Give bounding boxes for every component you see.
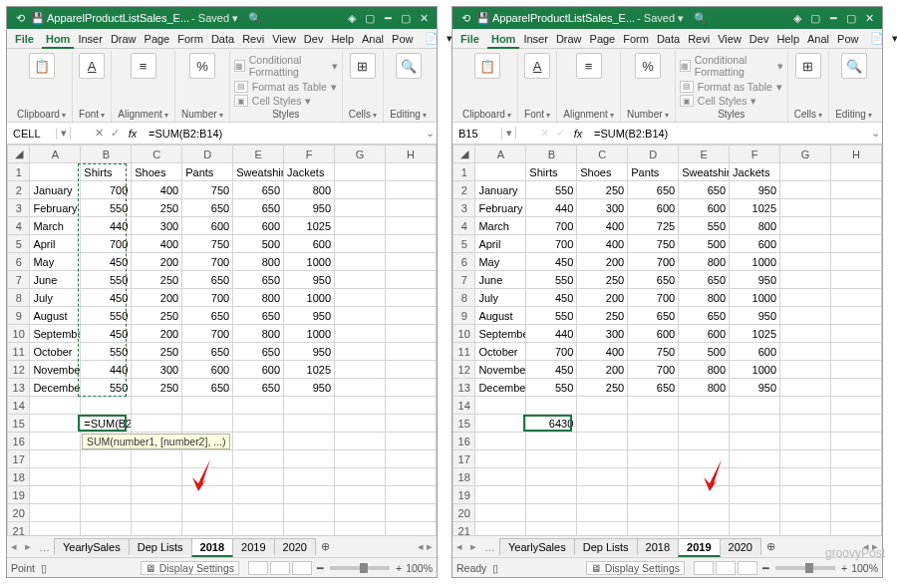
search-icon[interactable]: 🔍 — [248, 12, 262, 25]
group-number[interactable]: % Number — [175, 51, 230, 122]
value-cell[interactable]: 650 — [233, 343, 284, 361]
fx-icon[interactable]: fx — [123, 128, 143, 140]
value-cell[interactable]: 550 — [81, 379, 132, 397]
value-cell[interactable]: 700 — [526, 235, 577, 253]
value-cell[interactable]: 500 — [233, 235, 284, 253]
tab-file[interactable]: File — [456, 31, 483, 47]
month-cell[interactable]: December — [30, 379, 81, 397]
tab-nav-prev-icon[interactable]: ◂ — [452, 540, 466, 553]
worksheet-grid[interactable]: ◢ABCDEFGH1ShirtsShoesPantsSweatshirtJack… — [7, 145, 437, 535]
value-cell[interactable]: 800 — [730, 217, 780, 235]
value-cell[interactable]: 800 — [679, 289, 730, 307]
value-cell[interactable]: 800 — [233, 289, 284, 307]
expand-formula-icon[interactable]: ⌄ — [868, 127, 882, 140]
month-cell[interactable]: October — [475, 343, 526, 361]
value-cell[interactable]: 600 — [182, 217, 233, 235]
value-cell[interactable]: 1025 — [730, 325, 780, 343]
value-cell[interactable]: 250 — [132, 199, 182, 217]
value-cell[interactable]: 950 — [284, 271, 335, 289]
row-header[interactable]: 4 — [453, 217, 475, 235]
tab-page[interactable]: Page — [141, 31, 174, 47]
row-header[interactable]: 11 — [8, 343, 30, 361]
display-settings[interactable]: 🖥 Display Settings — [141, 561, 239, 575]
value-cell[interactable]: 1025 — [284, 361, 335, 379]
row-header[interactable]: 11 — [453, 343, 475, 361]
month-cell[interactable]: April — [30, 235, 81, 253]
sheet-tab-yearlysales[interactable]: YearlySales — [54, 538, 130, 555]
col-header-F[interactable]: F — [730, 146, 780, 163]
value-cell[interactable]: 600 — [730, 343, 780, 361]
value-cell[interactable]: 500 — [679, 235, 730, 253]
value-cell[interactable]: 950 — [284, 307, 335, 325]
value-cell[interactable]: 750 — [628, 343, 679, 361]
tab-nav-next-icon[interactable]: ▸ — [466, 540, 480, 553]
header-cell[interactable]: Jackets — [284, 163, 335, 181]
group-editing[interactable]: 🔍 Editing — [384, 51, 433, 122]
tab-revi[interactable]: Revi — [684, 31, 714, 47]
find-icon[interactable]: 🔍 — [841, 53, 867, 79]
tab-nav-next-icon[interactable]: ▸ — [21, 540, 35, 553]
value-cell[interactable]: 800 — [679, 379, 730, 397]
autosave-icon[interactable]: ⟲ — [456, 12, 474, 25]
value-cell[interactable]: 650 — [233, 271, 284, 289]
header-cell[interactable]: Shoes — [132, 163, 182, 181]
close-icon[interactable]: ✕ — [415, 12, 433, 25]
row-header[interactable]: 7 — [8, 271, 30, 289]
value-cell[interactable]: 700 — [81, 181, 132, 199]
row-header[interactable]: 3 — [8, 199, 30, 217]
value-cell[interactable]: 650 — [233, 379, 284, 397]
maximize-icon[interactable]: ▢ — [397, 12, 415, 25]
value-cell[interactable]: 1000 — [730, 289, 780, 307]
sheet-tab-2019[interactable]: 2019 — [232, 538, 274, 555]
value-cell[interactable]: 950 — [284, 379, 335, 397]
formula-input[interactable]: =SUM(B2:B14) — [143, 128, 423, 140]
row-header[interactable]: 9 — [453, 307, 475, 325]
value-cell[interactable]: 550 — [526, 379, 577, 397]
search-icon[interactable]: 🔍 — [694, 12, 708, 25]
cells-icon[interactable]: ⊞ — [350, 53, 376, 79]
value-cell[interactable]: 950 — [284, 343, 335, 361]
value-cell[interactable]: 600 — [233, 361, 284, 379]
value-cell[interactable]: 200 — [132, 289, 182, 307]
value-cell[interactable]: 800 — [679, 253, 730, 271]
share-icon[interactable]: 📄 — [866, 30, 888, 47]
value-cell[interactable]: 650 — [182, 271, 233, 289]
select-all[interactable]: ◢ — [8, 146, 30, 163]
value-cell[interactable]: 1000 — [730, 253, 780, 271]
value-cell[interactable]: 1025 — [284, 217, 335, 235]
value-cell[interactable]: 250 — [577, 307, 628, 325]
value-cell[interactable]: 400 — [132, 235, 182, 253]
view-normal-icon[interactable] — [248, 561, 268, 575]
namebox-dropdown-icon[interactable]: ▾ — [57, 127, 71, 140]
align-icon[interactable]: ≡ — [131, 53, 156, 79]
value-cell[interactable]: 650 — [182, 343, 233, 361]
macro-rec-icon[interactable]: ▯ — [41, 562, 47, 574]
month-cell[interactable]: October — [30, 343, 81, 361]
view-normal-icon[interactable] — [694, 561, 714, 575]
ribbon-opts-icon[interactable]: ▢ — [361, 12, 379, 25]
month-cell[interactable]: May — [475, 253, 526, 271]
tab-draw[interactable]: Draw — [552, 31, 586, 47]
cell-b15[interactable]: 6430 — [526, 415, 577, 433]
value-cell[interactable]: 400 — [577, 217, 628, 235]
value-cell[interactable]: 440 — [81, 217, 132, 235]
month-cell[interactable]: December — [475, 379, 526, 397]
value-cell[interactable]: 650 — [182, 379, 233, 397]
value-cell[interactable]: 600 — [628, 325, 679, 343]
value-cell[interactable]: 600 — [233, 217, 284, 235]
zoom-slider[interactable] — [775, 566, 835, 570]
month-cell[interactable]: November — [30, 361, 81, 379]
autosave-icon[interactable]: ⟲ — [11, 12, 29, 25]
month-cell[interactable]: February — [475, 199, 526, 217]
value-cell[interactable]: 250 — [577, 379, 628, 397]
value-cell[interactable]: 600 — [679, 199, 730, 217]
col-header-B[interactable]: B — [526, 146, 577, 163]
value-cell[interactable]: 750 — [182, 181, 233, 199]
tab-page[interactable]: Page — [586, 31, 620, 47]
value-cell[interactable]: 750 — [182, 235, 233, 253]
value-cell[interactable]: 650 — [679, 307, 730, 325]
col-header-D[interactable]: D — [182, 146, 233, 163]
value-cell[interactable]: 950 — [284, 199, 335, 217]
value-cell[interactable]: 450 — [526, 253, 577, 271]
tab-inser[interactable]: Inser — [519, 31, 551, 47]
